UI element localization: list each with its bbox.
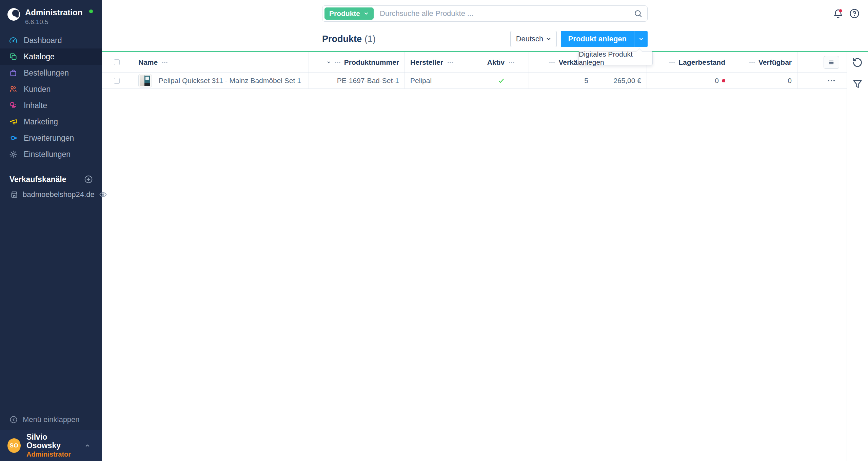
row-context-menu-button[interactable] <box>827 79 835 82</box>
grid-settings-button[interactable] <box>824 56 839 69</box>
chevron-left-circle-icon <box>9 416 18 424</box>
sidebar-item-catalogues[interactable]: Kataloge <box>0 48 102 65</box>
create-product-split-button: Produkt anlegen <box>561 31 648 47</box>
sidebar: Administration 6.6.10.5 Dashboard <box>0 0 102 461</box>
search-input[interactable] <box>374 9 634 18</box>
orders-icon <box>9 69 17 77</box>
collapse-menu-label: Menü einklappen <box>23 415 80 424</box>
column-header-product-number[interactable]: Produktnummer <box>309 52 405 73</box>
add-sales-channel-button[interactable] <box>84 175 93 184</box>
shopware-admin: Administration 6.6.10.5 Dashboard <box>0 0 868 461</box>
sales-channel-name: badmoebelshop24.de <box>23 190 95 199</box>
stock-value: 0 <box>715 77 719 85</box>
chevron-down-icon <box>546 36 552 42</box>
sidebar-item-orders[interactable]: Bestellungen <box>0 65 102 81</box>
create-digital-product-item[interactable]: Digitales Produkt anlegen <box>579 50 652 66</box>
column-header-available[interactable]: Verfügbar <box>731 52 797 73</box>
column-menu-icon[interactable] <box>669 61 675 63</box>
column-menu-icon[interactable] <box>162 61 168 63</box>
column-header-active[interactable]: Aktiv <box>473 52 529 73</box>
chevron-down-icon <box>363 11 369 16</box>
sidebar-item-label: Marketing <box>24 117 58 126</box>
page-title-count: (1) <box>364 34 376 44</box>
create-product-dropdown-toggle[interactable] <box>634 31 648 47</box>
online-status-dot <box>89 9 93 13</box>
column-menu-icon[interactable] <box>447 61 453 63</box>
language-select[interactable]: Deutsch <box>510 31 557 47</box>
product-number: PE-1697-Bad-Set-1 <box>337 77 399 85</box>
create-product-button[interactable]: Produkt anlegen <box>561 31 634 47</box>
user-menu[interactable]: SO Silvio Osowsky Administrator <box>0 430 102 461</box>
gear-icon <box>9 150 17 158</box>
sidebar-item-label: Einstellungen <box>24 150 71 159</box>
global-search[interactable]: Produkte <box>322 5 648 22</box>
row-checkbox[interactable] <box>114 78 120 84</box>
create-product-dropdown: Digitales Produkt anlegen <box>578 51 653 65</box>
filter-button[interactable] <box>852 79 863 89</box>
column-header-name[interactable]: Name <box>132 52 309 73</box>
column-menu-icon[interactable] <box>749 61 755 63</box>
sidebar-item-marketing[interactable]: Marketing <box>0 114 102 130</box>
price-value: 265,00 € <box>613 77 641 85</box>
search-icon <box>634 9 643 18</box>
sidebar-item-label: Bestellungen <box>24 68 69 78</box>
sidebar-header: Administration 6.6.10.5 <box>7 8 82 26</box>
available-value: 0 <box>788 77 792 85</box>
sales-channels-section: Verkaufskanäle <box>9 173 93 186</box>
eye-icon[interactable] <box>99 191 107 199</box>
user-name: Silvio Osowsky <box>26 433 78 450</box>
product-thumbnail <box>138 74 152 87</box>
extensions-icon <box>9 134 17 142</box>
manufacturer: Pelipal <box>410 77 432 85</box>
notifications-button[interactable] <box>833 8 844 19</box>
sidebar-item-label: Kataloge <box>24 52 55 61</box>
column-header-manufacturer[interactable]: Hersteller <box>405 52 473 73</box>
column-header-stock[interactable]: Lagerbestand <box>647 52 731 73</box>
sidebar-item-dashboard[interactable]: Dashboard <box>0 32 102 48</box>
sidebar-item-customers[interactable]: Kunden <box>0 81 102 97</box>
smart-bar: Produkte (1) Deutsch Produkt anlegen <box>102 27 868 51</box>
select-all-checkbox[interactable] <box>114 59 120 65</box>
content-icon <box>9 101 17 109</box>
catalogues-icon <box>9 53 17 61</box>
main-navigation: Dashboard Kataloge Bestellungen <box>0 32 102 162</box>
product-name-link[interactable]: Pelipal Quickset 311 - Mainz Badmöbel Se… <box>159 77 301 85</box>
sidebar-item-label: Inhalte <box>24 101 47 110</box>
sort-chevron-down-icon <box>326 60 331 65</box>
stock-status-indicator <box>722 79 725 82</box>
sidebar-item-settings[interactable]: Einstellungen <box>0 146 102 162</box>
avatar: SO <box>7 438 21 453</box>
column-menu-icon[interactable] <box>509 61 515 63</box>
sidebar-item-label: Erweiterungen <box>24 134 74 143</box>
marketing-icon <box>9 118 17 126</box>
product-grid: Name Produktnummer Hersteller <box>102 52 847 89</box>
active-check-icon <box>498 77 505 84</box>
dashboard-icon <box>9 36 17 44</box>
sales-channel-item[interactable]: badmoebelshop24.de <box>0 186 102 203</box>
storefront-icon <box>10 191 18 199</box>
app-version: 6.6.10.5 <box>25 18 82 26</box>
app-title: Administration <box>25 8 82 17</box>
table-row: Pelipal Quickset 311 - Mainz Badmöbel Se… <box>102 73 847 89</box>
help-button[interactable] <box>849 8 860 19</box>
column-menu-icon[interactable] <box>549 61 555 63</box>
sales-channels-heading: Verkaufskanäle <box>9 175 66 184</box>
shopware-logo <box>7 8 20 21</box>
grid-side-toolbar <box>847 52 868 461</box>
chevron-down-icon <box>638 36 644 42</box>
chevron-up-icon <box>84 442 91 449</box>
column-menu-icon[interactable] <box>335 61 341 63</box>
search-entity-badge[interactable]: Produkte <box>324 7 374 20</box>
collapse-menu-button[interactable]: Menü einklappen <box>0 412 102 428</box>
user-role: Administrator <box>26 450 78 458</box>
sidebar-item-label: Kunden <box>24 85 51 94</box>
sidebar-item-extensions[interactable]: Erweiterungen <box>0 130 102 146</box>
customers-icon <box>9 85 17 93</box>
sidebar-item-content[interactable]: Inhalte <box>0 97 102 114</box>
sales-value: 5 <box>584 77 588 85</box>
table-header-row: Name Produktnummer Hersteller <box>102 52 847 73</box>
page-title: Produkte <box>322 34 362 44</box>
topbar: Produkte <box>102 0 868 27</box>
sidebar-item-label: Dashboard <box>24 36 62 45</box>
refresh-button[interactable] <box>852 57 863 68</box>
